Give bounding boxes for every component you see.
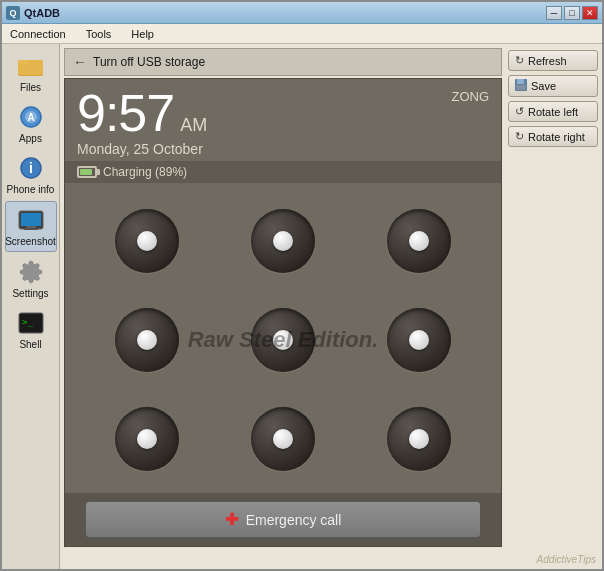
minimize-button[interactable]: ─	[546, 6, 562, 20]
sidebar-label-shell: Shell	[19, 339, 41, 350]
pattern-dot-9[interactable]	[357, 396, 481, 483]
menu-bar: Connection Tools Help	[2, 24, 602, 44]
usb-label: Turn off USB storage	[93, 55, 205, 69]
save-icon	[515, 79, 527, 93]
svg-text:>_: >_	[22, 317, 33, 327]
sidebar-item-files[interactable]: Files	[5, 48, 57, 97]
sidebar-item-phone-info[interactable]: i Phone info	[5, 150, 57, 199]
sidebar-label-settings: Settings	[12, 288, 48, 299]
svg-rect-10	[26, 226, 36, 228]
svg-rect-2	[18, 60, 43, 75]
dot-inner-3	[409, 231, 429, 251]
rotate-right-icon: ↻	[515, 130, 524, 143]
dot-inner-1	[137, 231, 157, 251]
dot-inner-6	[409, 330, 429, 350]
dot-inner-5	[273, 330, 293, 350]
dot-inner-8	[273, 429, 293, 449]
phone-screen-container: ← Turn off USB storage ZONG 9:57 AM Mo	[60, 44, 602, 551]
pattern-dot-8[interactable]	[221, 396, 345, 483]
time-display: 9:57 AM	[77, 87, 489, 139]
dot-inner-9	[409, 429, 429, 449]
rotate-left-icon: ↺	[515, 105, 524, 118]
title-bar: Q QtADB ─ □ ✕	[2, 2, 602, 24]
window-title: QtADB	[24, 7, 60, 19]
pattern-dot-4[interactable]	[85, 296, 209, 383]
save-label: Save	[531, 80, 556, 92]
sidebar-item-apps[interactable]: A Apps	[5, 99, 57, 148]
save-button[interactable]: Save	[508, 75, 598, 97]
settings-icon	[17, 258, 45, 286]
addictive-tips-watermark: AddictiveTips	[537, 554, 596, 565]
shell-icon: >_	[17, 309, 45, 337]
footer: AddictiveTips	[60, 551, 602, 569]
time-ampm: AM	[180, 115, 207, 136]
svg-text:A: A	[27, 112, 34, 123]
dot-outer-1	[115, 209, 179, 273]
phone-header: ZONG 9:57 AM Monday, 25 October	[65, 79, 501, 161]
pattern-grid: Raw Steel Edition.	[65, 187, 501, 493]
pattern-dot-6[interactable]	[357, 296, 481, 383]
rotate-right-label: Rotate right	[528, 131, 585, 143]
dot-outer-9	[387, 407, 451, 471]
emergency-bar: ✚ Emergency call	[65, 493, 501, 546]
main-layout: Files A Apps i	[2, 44, 602, 569]
app-icon: Q	[6, 6, 20, 20]
dot-outer-6	[387, 308, 451, 372]
usb-bar: ← Turn off USB storage	[64, 48, 502, 76]
dot-outer-4	[115, 308, 179, 372]
emergency-call-button[interactable]: ✚ Emergency call	[85, 501, 481, 538]
svg-rect-16	[516, 85, 526, 90]
refresh-button[interactable]: ↻ Refresh	[508, 50, 598, 71]
pattern-dot-2[interactable]	[221, 197, 345, 284]
refresh-icon: ↻	[515, 54, 524, 67]
window-controls: ─ □ ✕	[546, 6, 598, 20]
apps-icon: A	[17, 103, 45, 131]
sidebar-label-files: Files	[20, 82, 41, 93]
dot-outer-2	[251, 209, 315, 273]
battery-text: Charging (89%)	[103, 165, 187, 179]
maximize-button[interactable]: □	[564, 6, 580, 20]
refresh-label: Refresh	[528, 55, 567, 67]
menu-connection[interactable]: Connection	[6, 28, 70, 40]
rotate-right-button[interactable]: ↻ Rotate right	[508, 126, 598, 147]
right-panel: ↻ Refresh Save	[508, 48, 598, 547]
sidebar-item-screenshot[interactable]: Screenshot	[5, 201, 57, 252]
info-icon: i	[17, 154, 45, 182]
dot-outer-3	[387, 209, 451, 273]
emergency-plus-icon: ✚	[225, 510, 238, 529]
menu-help[interactable]: Help	[127, 28, 158, 40]
dot-outer-8	[251, 407, 315, 471]
sidebar-label-apps: Apps	[19, 133, 42, 144]
title-bar-left: Q QtADB	[6, 6, 60, 20]
sidebar-label-phone-info: Phone info	[7, 184, 55, 195]
svg-rect-15	[517, 79, 524, 84]
svg-text:i: i	[29, 160, 33, 176]
dot-inner-2	[273, 231, 293, 251]
rotate-left-button[interactable]: ↺ Rotate left	[508, 101, 598, 122]
sidebar-item-settings[interactable]: Settings	[5, 254, 57, 303]
sidebar-item-shell[interactable]: >_ Shell	[5, 305, 57, 354]
sidebar: Files A Apps i	[2, 44, 60, 569]
screenshot-icon	[17, 206, 45, 234]
content-area: ← Turn off USB storage ZONG 9:57 AM Mo	[60, 44, 602, 569]
menu-tools[interactable]: Tools	[82, 28, 116, 40]
date-text: Monday, 25 October	[77, 141, 489, 157]
svg-rect-9	[21, 213, 41, 226]
pattern-dot-3[interactable]	[357, 197, 481, 284]
dot-outer-5	[251, 308, 315, 372]
pattern-dot-1[interactable]	[85, 197, 209, 284]
folder-icon	[17, 52, 45, 80]
battery-fill	[80, 169, 92, 175]
pattern-dot-5[interactable]	[221, 296, 345, 383]
svg-rect-11	[24, 228, 38, 230]
battery-icon	[77, 166, 97, 178]
dot-outer-7	[115, 407, 179, 471]
phone-screen-wrapper: ← Turn off USB storage ZONG 9:57 AM Mo	[64, 48, 502, 547]
time-text: 9:57	[77, 87, 174, 139]
dot-inner-7	[137, 429, 157, 449]
main-window: Q QtADB ─ □ ✕ Connection Tools Help	[0, 0, 604, 571]
close-button[interactable]: ✕	[582, 6, 598, 20]
pattern-dot-7[interactable]	[85, 396, 209, 483]
sidebar-label-screenshot: Screenshot	[5, 236, 56, 247]
rotate-left-label: Rotate left	[528, 106, 578, 118]
